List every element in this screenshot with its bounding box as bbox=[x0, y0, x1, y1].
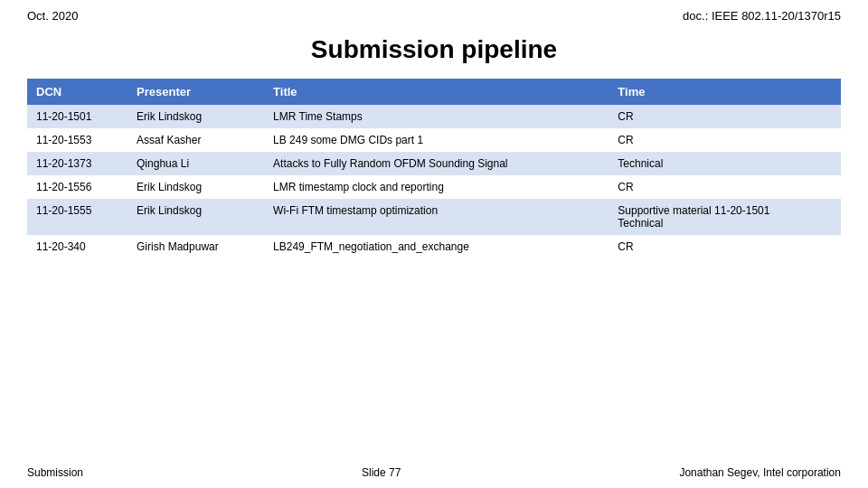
table-container: DCN Presenter Title Time 11-20-1501Erik … bbox=[0, 79, 868, 258]
col-header-time: Time bbox=[609, 79, 841, 105]
cell-presenter: Erik Lindskog bbox=[127, 199, 264, 235]
table-row: 11-20-1501Erik LindskogLMR Time StampsCR bbox=[27, 105, 841, 128]
cell-time: Supportive material 11-20-1501Technical bbox=[609, 199, 841, 235]
cell-presenter: Girish Madpuwar bbox=[127, 235, 264, 258]
cell-title: LMR Time Stamps bbox=[264, 105, 609, 128]
cell-presenter: Erik Lindskog bbox=[127, 175, 264, 199]
table-header-row: DCN Presenter Title Time bbox=[27, 79, 841, 105]
table-row: 11-20-1556Erik LindskogLMR timestamp clo… bbox=[27, 175, 841, 199]
col-header-presenter: Presenter bbox=[127, 79, 264, 105]
cell-presenter: Qinghua Li bbox=[127, 152, 264, 175]
submission-table: DCN Presenter Title Time 11-20-1501Erik … bbox=[27, 79, 841, 258]
header-date: Oct. 2020 bbox=[27, 9, 78, 23]
cell-dcn: 11-20-1373 bbox=[27, 152, 127, 175]
footer-left: Submission bbox=[27, 466, 83, 479]
cell-dcn: 11-20-1553 bbox=[27, 128, 127, 152]
table-row: 11-20-340Girish MadpuwarLB249_FTM_negoti… bbox=[27, 235, 841, 258]
cell-title: Wi-Fi FTM timestamp optimization bbox=[264, 199, 609, 235]
cell-dcn: 11-20-1556 bbox=[27, 175, 127, 199]
header: Oct. 2020 doc.: IEEE 802.11-20/1370r15 bbox=[0, 0, 868, 26]
cell-time: Technical bbox=[609, 152, 841, 175]
cell-time: CR bbox=[609, 235, 841, 258]
col-header-dcn: DCN bbox=[27, 79, 127, 105]
cell-title: LMR timestamp clock and reporting bbox=[264, 175, 609, 199]
table-row: 11-20-1555Erik LindskogWi-Fi FTM timesta… bbox=[27, 199, 841, 235]
footer-right: Jonathan Segev, Intel corporation bbox=[679, 466, 841, 479]
header-doc: doc.: IEEE 802.11-20/1370r15 bbox=[683, 9, 841, 23]
cell-title: LB249_FTM_negotiation_and_exchange bbox=[264, 235, 609, 258]
cell-time: CR bbox=[609, 105, 841, 128]
cell-time: CR bbox=[609, 175, 841, 199]
table-row: 11-20-1373Qinghua LiAttacks to Fully Ran… bbox=[27, 152, 841, 175]
cell-title: LB 249 some DMG CIDs part 1 bbox=[264, 128, 609, 152]
footer-center: Slide 77 bbox=[362, 466, 401, 479]
cell-dcn: 11-20-1555 bbox=[27, 199, 127, 235]
page-title: Submission pipeline bbox=[0, 35, 868, 64]
footer: Submission Slide 77 Jonathan Segev, Inte… bbox=[0, 466, 868, 479]
cell-dcn: 11-20-340 bbox=[27, 235, 127, 258]
cell-presenter: Assaf Kasher bbox=[127, 128, 264, 152]
cell-time: CR bbox=[609, 128, 841, 152]
cell-presenter: Erik Lindskog bbox=[127, 105, 264, 128]
cell-dcn: 11-20-1501 bbox=[27, 105, 127, 128]
cell-title: Attacks to Fully Random OFDM Sounding Si… bbox=[264, 152, 609, 175]
col-header-title: Title bbox=[264, 79, 609, 105]
table-row: 11-20-1553Assaf KasherLB 249 some DMG CI… bbox=[27, 128, 841, 152]
